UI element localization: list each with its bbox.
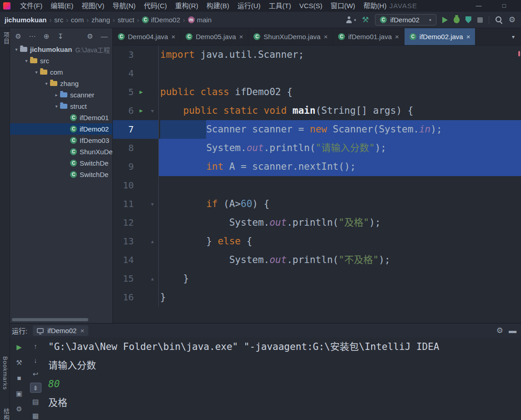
code-text[interactable]: if (A>60) { <box>159 195 521 213</box>
gutter[interactable]: 5▶ <box>113 83 159 101</box>
user-menu-button[interactable]: ▾ <box>345 16 356 23</box>
tree-item-zhang[interactable]: ▾zhang <box>10 78 112 89</box>
menu-item[interactable]: 文件(F) <box>16 0 46 12</box>
tool-window-button-bookmarks[interactable]: Bookmarks <box>2 356 9 390</box>
editor-tab-ShunXuDemo.java[interactable]: CShunXuDemo.java× <box>248 28 333 45</box>
code-area[interactable]: 3import java.util.Scanner;45▶public clas… <box>113 46 521 323</box>
breadcrumb-item-struct[interactable]: struct <box>117 16 134 24</box>
code-text[interactable]: Scanner scanner = new Scanner(System.in)… <box>159 120 521 139</box>
tool-window-button-project[interactable]: 项目 <box>2 32 10 45</box>
panel-more-icon[interactable]: ⋯ <box>28 33 36 40</box>
code-text[interactable]: public class ifDemo02 { <box>159 83 521 101</box>
tree-chevron[interactable]: ▾ <box>43 81 50 86</box>
run-line-icon[interactable]: ▶ <box>136 101 147 120</box>
build-hammer-icon[interactable]: ⚒ <box>362 15 369 25</box>
run-button[interactable] <box>442 17 448 23</box>
menu-item[interactable]: 窗口(W) <box>326 0 359 12</box>
tree-chevron[interactable]: ▾ <box>13 47 20 52</box>
print-icon[interactable]: ▤ <box>30 397 41 406</box>
gutter[interactable]: 8 <box>113 139 159 157</box>
editor-tab-ifDemo02.java[interactable]: CifDemo02.java× <box>405 28 476 45</box>
tree-chevron[interactable]: ▸ <box>53 92 60 97</box>
clear-icon[interactable]: ▦ <box>30 411 41 420</box>
tab-close-icon[interactable]: × <box>171 33 175 40</box>
code-text[interactable]: } else { <box>159 232 521 251</box>
code-text[interactable]: System.out.println("及格"); <box>159 213 521 232</box>
tab-close-icon[interactable]: × <box>395 33 399 40</box>
collapse-all-icon[interactable]: ↧ <box>56 33 65 40</box>
locate-file-icon[interactable]: ⊕ <box>42 33 51 40</box>
breadcrumb-item-jichumokuan[interactable]: jichumokuan <box>5 16 47 24</box>
hide-panel-icon[interactable]: — <box>100 33 108 40</box>
stop-button[interactable] <box>477 17 483 23</box>
code-text[interactable]: import java.util.Scanner; <box>159 46 521 64</box>
down-stack-trace-icon[interactable]: ↓ <box>30 355 41 364</box>
menu-item[interactable]: VCS(S) <box>295 0 327 12</box>
tree-item-scanner[interactable]: ▸scanner <box>10 89 112 101</box>
coverage-button[interactable] <box>465 16 471 23</box>
editor-tab-Demo05.java[interactable]: CDemo05.java× <box>181 28 248 45</box>
tool-window-button-structure[interactable]: 结构 <box>2 408 10 420</box>
code-text[interactable]: } <box>159 288 521 307</box>
run-gear-icon[interactable]: ⚙ <box>14 403 25 415</box>
tree-item-jichumokuan[interactable]: ▾jichumokuanG:\Java工程 <box>10 44 112 55</box>
breadcrumb-item-src[interactable]: src <box>54 16 63 24</box>
app-logo-icon[interactable] <box>3 2 10 10</box>
tree-chevron[interactable]: ▾ <box>53 104 60 109</box>
fold-marker[interactable]: ▵ <box>147 232 158 251</box>
gutter[interactable]: 6▶▿ <box>113 101 159 120</box>
menu-item[interactable]: 工具(T) <box>264 0 295 12</box>
gutter[interactable]: 15▵ <box>113 269 159 288</box>
fold-marker[interactable]: ▵ <box>147 269 158 288</box>
build-tool-icon[interactable]: ⚒ <box>14 357 25 368</box>
gutter[interactable]: 10 <box>113 176 159 195</box>
hide-run-panel-icon[interactable]: ▬ <box>509 327 516 334</box>
gutter[interactable]: 3 <box>113 46 159 64</box>
menu-item[interactable]: 编辑(E) <box>46 0 77 12</box>
debug-button[interactable] <box>454 16 460 23</box>
gutter[interactable]: 11▿ <box>113 195 159 213</box>
gutter[interactable]: 13▵ <box>113 232 159 251</box>
panel-settings-gear-icon[interactable]: ⚙ <box>86 33 94 40</box>
gutter[interactable]: 14 <box>113 251 159 269</box>
breadcrumb-item-ifDemo02[interactable]: CifDemo02 <box>142 16 180 24</box>
gutter[interactable]: 9 <box>113 157 159 176</box>
tree-chevron[interactable]: ▾ <box>33 70 40 75</box>
code-text[interactable]: System.out.println("请输入分数"); <box>159 139 521 157</box>
tree-item-ShunXuDe[interactable]: CShunXuDe <box>10 146 112 157</box>
soft-wrap-icon[interactable]: ↩ <box>30 369 41 379</box>
menu-item[interactable]: 视图(V) <box>77 0 108 12</box>
search-icon[interactable] <box>495 16 503 24</box>
tree-item-IfDemo03[interactable]: CIfDemo03 <box>10 135 112 146</box>
editor-tab-Demo04.java[interactable]: CDemo04.java× <box>113 28 181 45</box>
run-tab[interactable]: ifDemo02 × <box>33 325 88 336</box>
breadcrumb-item-com[interactable]: com <box>71 16 84 24</box>
tree-item-SwitchDe[interactable]: CSwitchDe <box>10 157 112 169</box>
menu-item[interactable]: 代码(C) <box>140 0 171 12</box>
gutter[interactable]: 12 <box>113 213 159 232</box>
menu-item[interactable]: 导航(N) <box>108 0 140 12</box>
panel-menu-gear-icon[interactable]: ⚙ <box>14 33 22 40</box>
menu-item[interactable]: 重构(R) <box>171 0 202 12</box>
gutter[interactable]: 16 <box>113 288 159 307</box>
breadcrumb-item-zhang[interactable]: zhang <box>91 16 110 24</box>
menu-item[interactable]: 运行(U) <box>233 0 265 12</box>
run-settings-gear-icon[interactable]: ⚙ <box>496 327 503 334</box>
gutter[interactable]: 4 <box>113 64 159 83</box>
gutter[interactable]: 7 <box>113 120 159 139</box>
fold-marker[interactable]: ▿ <box>147 101 158 120</box>
tree-item-com[interactable]: ▾com <box>10 66 112 78</box>
menu-item[interactable]: 帮助(H) <box>359 0 391 12</box>
settings-gear-icon[interactable]: ⚙ <box>509 16 516 24</box>
code-text[interactable] <box>159 64 521 83</box>
code-text[interactable] <box>159 176 521 195</box>
run-config-select[interactable]: C ifDemo02 ▾ <box>375 14 436 25</box>
code-text[interactable]: } <box>159 269 521 288</box>
screenshot-icon[interactable]: ▣ <box>14 388 25 399</box>
tab-close-icon[interactable]: × <box>324 33 328 40</box>
breadcrumb-item-main[interactable]: mmain <box>188 16 212 24</box>
up-stack-trace-icon[interactable]: ↑ <box>30 341 41 351</box>
code-text[interactable]: int A = scanner.nextInt(); <box>159 157 521 176</box>
project-hscrollbar[interactable] <box>12 318 88 321</box>
fold-marker[interactable]: ▿ <box>147 195 158 213</box>
